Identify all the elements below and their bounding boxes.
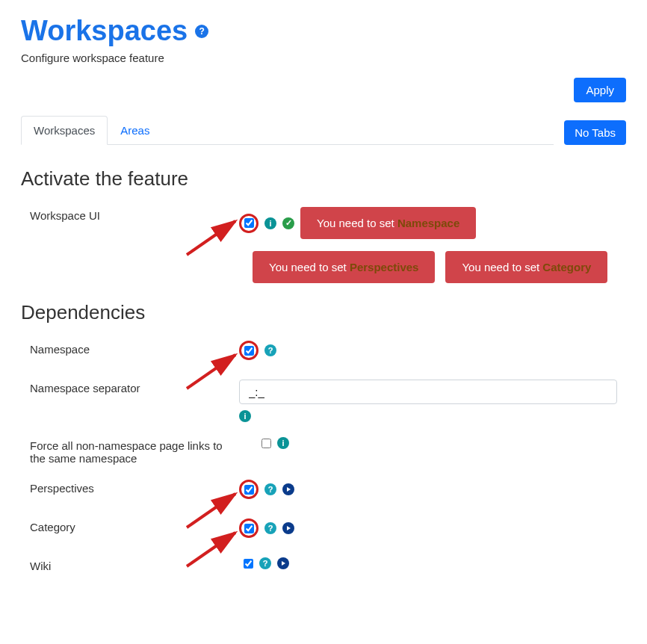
separator-label: Namespace separator [30, 380, 239, 394]
svg-line-0 [187, 221, 235, 255]
help-icon[interactable]: ? [264, 522, 276, 534]
category-checkbox[interactable] [244, 524, 254, 533]
namespace-checkbox[interactable] [244, 346, 254, 356]
alert-category: You need to set Category [445, 251, 607, 283]
section-dependencies-title: Dependencies [21, 301, 626, 324]
help-icon[interactable]: ? [264, 483, 276, 495]
perspectives-checkbox[interactable] [244, 485, 254, 495]
page-title-text: Workspaces [21, 15, 188, 47]
section-activate-title: Activate the feature [21, 167, 626, 191]
separator-input[interactable] [239, 380, 617, 404]
help-icon[interactable]: ? [264, 344, 276, 356]
namespace-label: Namespace [30, 341, 239, 356]
info-icon[interactable]: i [264, 217, 276, 229]
wiki-label: Wiki [30, 557, 239, 572]
force-links-checkbox[interactable] [261, 439, 271, 448]
perspectives-label: Perspectives [30, 480, 239, 495]
info-icon[interactable]: i [239, 410, 251, 422]
play-icon[interactable] [282, 483, 294, 495]
tabs-bar: Workspaces Areas [21, 116, 554, 145]
category-label: Category [30, 518, 239, 533]
workspace-ui-checkbox[interactable] [244, 218, 254, 228]
circle-annotation [239, 518, 259, 538]
check-icon: ✓ [282, 217, 294, 229]
circle-annotation [239, 214, 259, 233]
force-links-label: Force all non-namespace page links to th… [30, 437, 239, 465]
help-icon[interactable]: ? [195, 25, 208, 38]
tab-areas[interactable]: Areas [108, 116, 162, 145]
arrow-annotation-icon [187, 217, 247, 262]
circle-annotation [239, 341, 259, 360]
play-icon[interactable] [282, 522, 294, 534]
info-icon[interactable]: i [277, 437, 289, 449]
page-subtitle: Configure workspace feature [21, 52, 626, 64]
alert-perspectives: You need to set Perspectives [253, 251, 435, 283]
play-icon[interactable] [277, 557, 289, 569]
no-tabs-button[interactable]: No Tabs [564, 120, 626, 145]
help-icon[interactable]: ? [259, 557, 271, 569]
tab-workspaces[interactable]: Workspaces [21, 116, 108, 145]
page-title: Workspaces ? [21, 15, 208, 47]
apply-button[interactable]: Apply [574, 78, 626, 102]
workspace-ui-label: Workspace UI [30, 207, 239, 222]
alert-namespace: You need to set Namespace [300, 207, 476, 239]
circle-annotation [239, 480, 259, 499]
wiki-checkbox[interactable] [244, 559, 253, 569]
